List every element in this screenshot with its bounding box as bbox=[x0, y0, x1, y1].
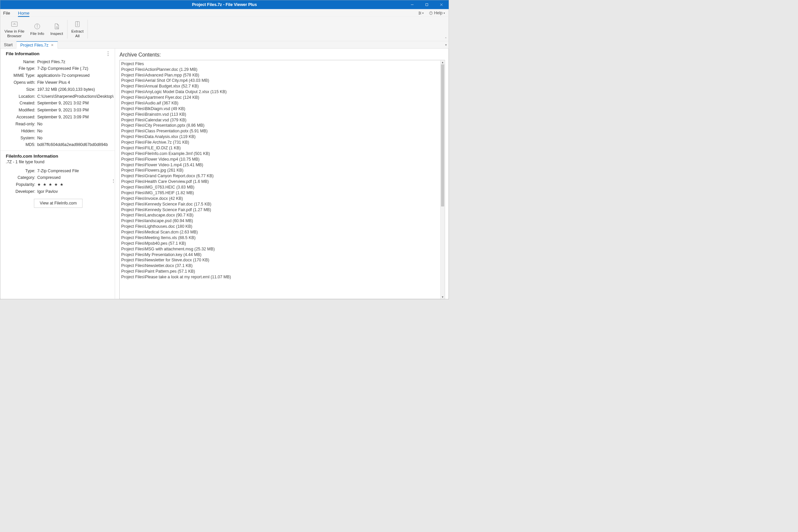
archive-entry[interactable]: Project Files\Class Presentation.potx (5… bbox=[121, 128, 439, 134]
view-at-fileinfo-button[interactable]: View at FileInfo.com bbox=[34, 199, 82, 208]
archive-entry[interactable]: Project Files\BlkDiagm.vsd (49 KB) bbox=[121, 106, 439, 111]
fileinfo-heading: FileInfo.com Information bbox=[6, 153, 111, 158]
archive-entry[interactable]: Project Files\FileInfo.com Example.3mf (… bbox=[121, 151, 439, 156]
archive-entry[interactable]: Project Files\AnyLogic Model Data Output… bbox=[121, 89, 439, 95]
archive-entry[interactable]: Project Files\Flower Video-1.mp4 (15.41 … bbox=[121, 162, 439, 168]
archive-entry[interactable]: Project Files\Advanced Plan.mpp (578 KB) bbox=[121, 72, 439, 78]
ribbon: View in File Browser File Info Inspect E… bbox=[0, 17, 449, 41]
archive-entry[interactable]: Project Files\Flowers.jpg (261 KB) bbox=[121, 168, 439, 173]
tab-strip: Start Project Files.7z ✕ ▾ bbox=[0, 41, 449, 48]
scrollbar[interactable]: ▲ ▼ bbox=[440, 60, 445, 299]
tab-current-file[interactable]: Project Files.7z ✕ bbox=[17, 41, 58, 48]
help-menu[interactable]: Help ▾ bbox=[429, 11, 445, 16]
menu-file[interactable]: File bbox=[3, 11, 10, 17]
archive-entry[interactable]: Project Files\Kennedy Science Fair.pdf (… bbox=[121, 207, 439, 212]
svg-point-11 bbox=[431, 14, 431, 14]
close-button[interactable] bbox=[434, 0, 449, 9]
archive-entry[interactable]: Project Files\Aerial Shot Of City.mp4 (4… bbox=[121, 78, 439, 83]
menu-bar: File Home ▾ Help ▾ bbox=[0, 9, 449, 17]
title-bar: Project Files.7z - File Viewer Plus bbox=[0, 0, 449, 9]
archive-entry[interactable]: Project Files\IMG_1785.HEIF (1.82 MB) bbox=[121, 190, 439, 196]
archive-contents-list[interactable]: Project FilesProject Files\ActionPlanner… bbox=[120, 60, 440, 299]
file-info-button[interactable]: File Info bbox=[27, 17, 47, 41]
archive-entry[interactable]: Project Files\Please take a look at my r… bbox=[121, 274, 439, 280]
scroll-up-icon[interactable]: ▲ bbox=[440, 60, 445, 64]
scroll-down-icon[interactable]: ▼ bbox=[440, 295, 445, 299]
menu-home[interactable]: Home bbox=[18, 11, 30, 17]
archive-entry[interactable]: Project Files\Medical Scan.dcm (2.63 MB) bbox=[121, 229, 439, 235]
archive-entry[interactable]: Project Files bbox=[121, 61, 439, 66]
app-window: Project Files.7z - File Viewer Plus File… bbox=[0, 0, 449, 299]
archive-entry[interactable]: Project Files\Health Care Overview.pdf (… bbox=[121, 179, 439, 185]
archive-entry[interactable]: Project Files\Landscape.docx (90.7 KB) bbox=[121, 212, 439, 218]
archive-entry[interactable]: Project Files\MSG with attachment.msg (2… bbox=[121, 246, 439, 252]
archive-entry[interactable]: Project Files\Audio.aif (367 KB) bbox=[121, 100, 439, 106]
archive-entry[interactable]: Project Files\Mpsb40.pes (57.1 KB) bbox=[121, 241, 439, 246]
archive-entry[interactable]: Project Files\Newsletter for Steve.docx … bbox=[121, 258, 439, 263]
archive-entry[interactable]: Project Files\Data Analysis.xlsx (119 KB… bbox=[121, 134, 439, 140]
archive-entry[interactable]: Project Files\File Archive.7z (731 KB) bbox=[121, 140, 439, 145]
file-info-heading: File Information bbox=[6, 51, 39, 57]
svg-point-16 bbox=[37, 25, 37, 25]
main-panel: Archive Contents: Project FilesProject F… bbox=[115, 49, 449, 299]
file-information-panel: File Information ⋮ Name:Project Files.7z… bbox=[0, 49, 115, 151]
ribbon-collapse-icon[interactable]: ⌃ bbox=[444, 37, 447, 41]
window-controls bbox=[405, 0, 449, 9]
close-tab-icon[interactable]: ✕ bbox=[51, 43, 54, 47]
archive-entry[interactable]: Project Files\Brainstm.vsd (113 KB) bbox=[121, 111, 439, 117]
archive-entry[interactable]: Project Files\Newsletter.docx (37.1 KB) bbox=[121, 263, 439, 269]
archive-entry[interactable]: Project Files\Meeting Items.xls (88.5 KB… bbox=[121, 235, 439, 241]
archive-entry[interactable]: Project Files\FILE_ID.DIZ (1 KB) bbox=[121, 145, 439, 151]
archive-entry[interactable]: Project Files\IMG_0763.HEIC (3.83 MB) bbox=[121, 185, 439, 190]
kebab-menu-icon[interactable]: ⋮ bbox=[111, 178, 115, 184]
ribbon-separator bbox=[88, 20, 88, 38]
fileinfo-subheading: .7Z - 1 file type found bbox=[6, 159, 111, 164]
archive-entry[interactable]: Project Files\City Presentation.pptx (8.… bbox=[121, 123, 439, 128]
svg-rect-1 bbox=[425, 4, 428, 6]
svg-point-21 bbox=[77, 25, 78, 25]
kebab-menu-icon[interactable]: ⋮ bbox=[106, 53, 111, 55]
window-title: Project Files.7z - File Viewer Plus bbox=[192, 2, 257, 7]
content-body: File Information ⋮ Name:Project Files.7z… bbox=[0, 49, 449, 299]
archive-entry[interactable]: Project Files\Annual Budget.xlsx (52.7 K… bbox=[121, 83, 439, 89]
inspect-button[interactable]: Inspect bbox=[47, 17, 66, 41]
archive-entry[interactable]: Project Files\Grand Canyon Report.docx (… bbox=[121, 173, 439, 179]
archive-entry[interactable]: Project Files\Calendar.vsd (379 KB) bbox=[121, 117, 439, 123]
archive-entry[interactable]: Project Files\Apartment Flyer.doc (124 K… bbox=[121, 95, 439, 100]
svg-line-18 bbox=[58, 28, 58, 28]
archive-entry[interactable]: Project Files\landscape.psd (60.94 MB) bbox=[121, 218, 439, 224]
archive-entry[interactable]: Project Files\My Presentation.key (4.44 … bbox=[121, 252, 439, 258]
archive-contents-heading: Archive Contents: bbox=[119, 52, 445, 58]
maximize-button[interactable] bbox=[420, 0, 434, 9]
archive-entry[interactable]: Project Files\Invoice.docx (42 KB) bbox=[121, 195, 439, 201]
sidebar: File Information ⋮ Name:Project Files.7z… bbox=[0, 49, 115, 299]
archive-entry[interactable]: Project Files\ActionPlanner.doc (1.29 MB… bbox=[121, 66, 439, 72]
fileinfo-com-panel: FileInfo.com Information .7Z - 1 file ty… bbox=[0, 151, 115, 211]
archive-contents-box: Project FilesProject Files\ActionPlanner… bbox=[119, 60, 445, 299]
scroll-thumb[interactable] bbox=[441, 64, 444, 207]
tab-overflow-icon[interactable]: ▾ bbox=[445, 41, 447, 48]
extract-all-button[interactable]: Extract All bbox=[68, 17, 87, 41]
archive-entry[interactable]: Project Files\Flower Video.mp4 (10.75 MB… bbox=[121, 156, 439, 162]
svg-point-17 bbox=[56, 26, 58, 28]
settings-icon[interactable]: ▾ bbox=[418, 11, 423, 15]
archive-entry[interactable]: Project Files\Kennedy Science Fair.doc (… bbox=[121, 201, 439, 207]
view-in-browser-button[interactable]: View in File Browser bbox=[1, 17, 27, 41]
minimize-button[interactable] bbox=[405, 0, 420, 9]
ribbon-separator bbox=[67, 20, 68, 38]
tab-start[interactable]: Start bbox=[0, 41, 17, 48]
popularity-stars: ★ ★ ★ ★ ★ bbox=[37, 182, 111, 187]
archive-entry[interactable]: Project Files\Lighthouses.doc (180 KB) bbox=[121, 224, 439, 229]
archive-entry[interactable]: Project Files\Paint Pattern.pes (57.1 KB… bbox=[121, 269, 439, 274]
